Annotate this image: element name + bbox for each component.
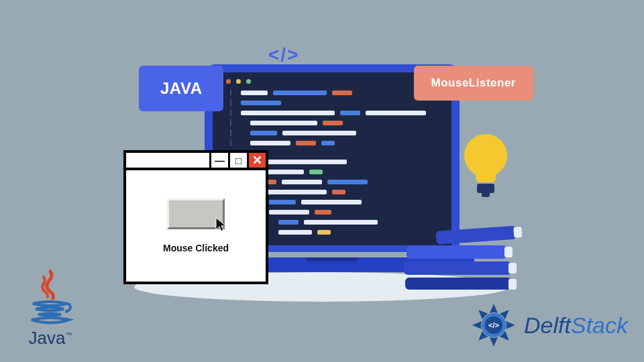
delftstack-wordmark: DelftStack <box>524 312 628 339</box>
java-word: Java <box>29 328 66 348</box>
java-wordmark: Java™ <box>13 328 87 349</box>
delftstack-mandala-icon: </> <box>470 302 517 349</box>
mouselistener-tag: MouseListener <box>414 66 533 101</box>
close-button[interactable]: ✕ <box>247 153 266 168</box>
dot-yellow-icon <box>236 79 241 84</box>
lightbulb-icon <box>462 134 510 193</box>
book-stack <box>404 227 511 290</box>
svg-text:</>: </> <box>488 321 499 329</box>
java-cup-icon <box>23 269 77 328</box>
window-traffic-lights <box>226 79 442 84</box>
maximize-button[interactable]: □ <box>228 153 247 168</box>
click-target-button[interactable] <box>167 198 225 229</box>
app-window: — □ ✕ Mouse Clicked <box>123 150 268 284</box>
app-titlebar: — □ ✕ <box>126 153 266 170</box>
dot-green-icon <box>246 79 251 84</box>
java-tm: ™ <box>65 331 72 339</box>
minimize-button[interactable]: — <box>209 153 228 168</box>
cursor-icon <box>215 217 229 233</box>
delftstack-logo: </> DelftStack <box>470 302 628 349</box>
delft-word2: Stack <box>571 312 628 338</box>
java-logo: Java™ <box>13 269 87 349</box>
dot-red-icon <box>226 79 231 84</box>
app-body: Mouse Clicked <box>126 170 266 282</box>
app-status-label: Mouse Clicked <box>163 243 229 253</box>
angle-brackets-icon: </> <box>268 44 299 66</box>
delft-word1: Delft <box>524 312 571 338</box>
java-tag: JAVA <box>139 66 223 111</box>
